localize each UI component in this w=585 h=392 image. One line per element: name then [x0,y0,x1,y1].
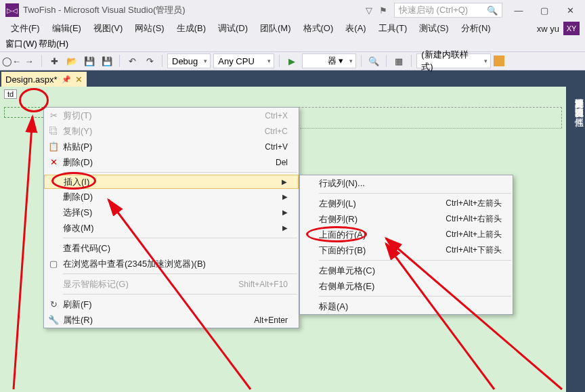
new-button[interactable]: ✚ [47,53,62,68]
menu-item-shortcut: Alt+Enter [254,315,288,325]
feedback-icon[interactable]: ⚑ [379,5,387,16]
open-button[interactable]: 📂 [64,53,79,68]
menu-item-icon: ↻ [44,299,63,309]
menu-tools[interactable]: 工具(T) [373,21,413,36]
context-menu-item[interactable]: 📋粘贴(P)Ctrl+V [44,139,299,154]
minimize-button[interactable]: — [509,5,528,16]
insert-submenu-item[interactable]: 上面的行(A)Ctrl+Alt+上箭头 [300,227,513,242]
menu-item-label: 刷新(F) [63,299,288,311]
menu-format[interactable]: 格式(O) [298,21,339,36]
insert-submenu-item[interactable]: 右侧单元格(E) [300,278,513,294]
context-menu-item: ✂剪切(T)Ctrl+X [44,108,299,123]
context-menu-item[interactable]: 🔧属性(R)Alt+Enter [44,312,299,328]
insert-submenu-item[interactable]: 下面的行(B)Ctrl+Alt+下箭头 [300,242,513,258]
menu-item-label: 下面的行(B) [319,244,418,257]
insert-submenu-item[interactable]: 行或列(N)... [300,175,513,191]
browser-dropdown[interactable]: 器 ▾ [302,53,356,68]
style-color-button[interactable] [494,56,504,66]
save-button[interactable]: 💾 [82,53,97,68]
pin-icon[interactable]: 📌 [62,75,71,84]
context-menu-item[interactable]: ▢在浏览器中查看(2345加速浏览器)(B) [44,256,299,271]
redo-button[interactable]: ↷ [142,53,157,68]
context-menu-item[interactable]: 查看代码(C) [44,240,299,256]
menu-item-label: 在浏览器中查看(2345加速浏览器)(B) [63,258,288,270]
menu-debug[interactable]: 调试(D) [213,21,253,36]
window-title: TwoFish - Microsoft Visual Studio(管理员) [23,4,366,16]
menu-item-label: 右侧单元格(E) [319,280,502,292]
menu-item-shortcut: Ctrl+Alt+左箭头 [446,198,502,209]
menu-item-icon: 📋 [44,141,63,152]
menu-item-shortcut: Ctrl+C [265,127,288,136]
menu-edit[interactable]: 编辑(E) [47,21,87,36]
close-button[interactable]: ✕ [561,5,580,16]
config-dropdown[interactable]: Debug [167,53,211,68]
menu-item-label: 剪切(T) [63,110,238,122]
menu-file[interactable]: 文件(F) [5,21,45,36]
insert-submenu-item[interactable]: 左侧单元格(C) [300,263,513,278]
context-menu[interactable]: ✂剪切(T)Ctrl+X⿻复制(Y)Ctrl+C📋粘贴(P)Ctrl+V✕删除(… [43,107,299,328]
menu-build[interactable]: 生成(B) [171,21,211,36]
tag-label: td [4,89,17,99]
quick-launch-input[interactable]: 快速启动 (Ctrl+Q)🔍 [394,3,502,18]
menu-item-shortcut: Ctrl+Alt+下箭头 [446,244,502,256]
insert-submenu[interactable]: 行或列(N)...左侧列(L)Ctrl+Alt+左箭头右侧列(R)Ctrl+Al… [299,175,513,315]
context-menu-item: ⿻复制(Y)Ctrl+C [44,123,299,139]
style-dropdown[interactable]: (新建内联样式) [416,53,491,68]
nav-forward-button[interactable]: → [22,53,37,68]
menu-item-shortcut: Shift+Alt+F10 [238,280,288,289]
menu-item-label: 行或列(N)... [319,177,502,190]
menu-test[interactable]: 测试(S) [414,21,454,36]
platform-dropdown[interactable]: Any CPU [213,53,274,68]
user-badge[interactable]: XY [563,22,580,35]
submenu-arrow-icon: ▶ [279,178,287,186]
context-menu-item: 显示智能标记(G)Shift+Alt+F10 [44,276,299,292]
undo-button[interactable]: ↶ [125,53,139,68]
menu-item-label: 修改(M) [63,222,280,234]
menu-item-label: 上面的行(A) [319,229,418,241]
menu-item-icon: ▢ [44,259,63,269]
user-name[interactable]: xw yu [537,24,559,34]
context-menu-item[interactable]: 删除(D)▶ [44,189,299,204]
menu-item-label: 显示智能标记(G) [63,278,211,290]
extensions-button[interactable]: ▦ [391,53,406,68]
menu-team[interactable]: 团队(M) [255,21,297,36]
context-menu-item[interactable]: 选择(S)▶ [44,204,299,220]
menu-analyze[interactable]: 分析(N) [456,21,496,36]
menu-item-shortcut: Ctrl+Alt+上箭头 [446,229,502,240]
menu-item-icon: ✕ [44,157,63,167]
context-menu-item[interactable]: ↻刷新(F) [44,297,299,312]
menu-item-icon: 🔧 [44,315,63,325]
tab-label: Design.aspx* [5,74,58,85]
find-button[interactable]: 🔍 [366,53,381,68]
menu-item-label: 左侧单元格(C) [319,265,502,277]
document-tab[interactable]: Design.aspx* 📌 ✕ [1,72,87,87]
submenu-arrow-icon: ▶ [280,224,288,232]
menu-item-shortcut: Ctrl+X [265,111,288,121]
context-menu-item[interactable]: ✕删除(D)Del [44,154,299,170]
vs-logo-icon: ▷◁ [5,3,19,17]
submenu-arrow-icon: ▶ [280,209,288,216]
context-menu-item[interactable]: 修改(M)▶ [44,220,299,236]
menu-help[interactable]: 帮助(H) [39,38,68,50]
menu-item-label: 查看代码(C) [63,242,288,255]
context-menu-item[interactable]: 插入(I)▶ [44,175,299,189]
maximize-button[interactable]: ▢ [535,5,554,16]
menu-item-label: 删除(D) [63,191,280,203]
notifications-icon[interactable]: ▽ [366,5,372,16]
nav-back-button[interactable]: ◯← [4,53,19,68]
menu-window[interactable]: 窗口(W) [5,38,37,50]
start-button[interactable]: ▶ [284,53,299,68]
menu-view[interactable]: 视图(V) [88,21,128,36]
menu-item-shortcut: Ctrl+V [265,142,288,152]
menu-item-label: 属性(R) [63,314,227,326]
submenu-arrow-icon: ▶ [280,193,288,200]
insert-submenu-item[interactable]: 左侧列(L)Ctrl+Alt+左箭头 [300,196,513,211]
menu-site[interactable]: 网站(S) [129,21,169,36]
menu-item-label: 右侧列(R) [319,213,418,225]
save-all-button[interactable]: 💾 [100,53,114,68]
insert-submenu-item[interactable]: 右侧列(R)Ctrl+Alt+右箭头 [300,211,513,227]
tab-close-icon[interactable]: ✕ [75,74,83,85]
insert-submenu-item[interactable]: 标题(A) [300,299,513,314]
menu-item-label: 粘贴(P) [63,141,238,153]
menu-table[interactable]: 表(A) [340,21,371,36]
